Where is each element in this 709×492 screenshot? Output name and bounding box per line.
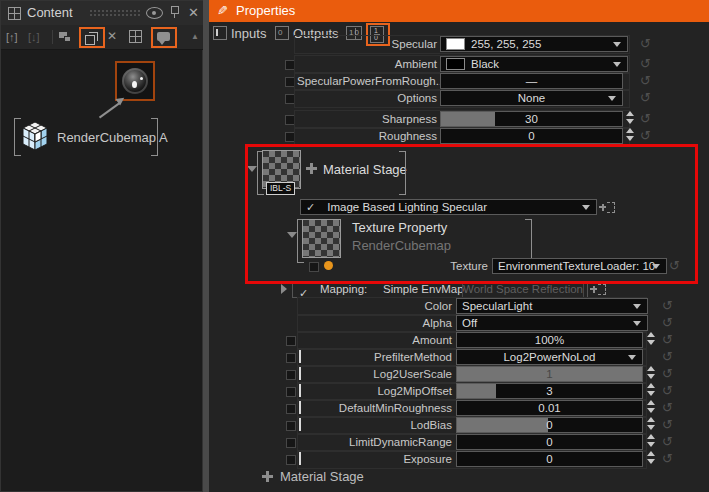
property-checkbox[interactable] [286,421,296,431]
connect-icon[interactable] [590,283,606,295]
chevron-down-icon [628,355,636,360]
property-label: Exposure [306,451,452,467]
checkmark-icon[interactable] [306,201,315,214]
prefiltermethod-dropdown[interactable]: Log2PowerNoLod [456,349,643,365]
options-dropdown[interactable]: None [440,90,623,106]
spinner-control[interactable] [625,128,636,142]
node-bracket-right [525,219,532,263]
spinner-control[interactable] [646,366,657,380]
texture-dropdown[interactable]: EnvironmentTextureLoader: 10 [492,258,667,274]
specularpower-field[interactable]: — [440,73,623,89]
content-panel: Content ✕ [↑] [↓] ✕ ▲ [0,0,203,492]
alpha-dropdown[interactable]: Off [456,315,648,331]
defaultminroughness-slider[interactable]: 0.01 [456,400,643,416]
reset-icon[interactable] [639,37,652,51]
reset-icon[interactable] [661,452,674,466]
spinner-control[interactable] [646,332,657,346]
pin-icon[interactable] [169,6,179,18]
log2mipoffset-slider[interactable]: 3 [456,383,643,399]
amount-slider[interactable]: 100% [456,332,643,348]
reset-icon[interactable] [668,259,681,273]
reset-icon[interactable] [661,316,674,330]
property-checkbox[interactable] [286,353,296,363]
reset-icon[interactable] [639,91,652,105]
property-checkbox[interactable] [286,336,296,346]
property-row-roughness: Roughness 0 [209,128,709,145]
property-value: 255, 255, 255 [471,37,541,51]
material-stage-expander[interactable] [247,166,257,172]
mapping-expander[interactable] [281,284,287,294]
reset-icon[interactable] [639,112,652,126]
close-icon[interactable]: ✕ [188,6,199,19]
slider-fill [441,112,495,126]
connection-arrow [99,102,121,119]
reset-icon[interactable] [661,435,674,449]
property-label: Texture [420,258,488,274]
property-checkbox[interactable] [286,404,296,414]
lodbias-slider[interactable]: 0 [456,417,643,433]
log2userscale-slider[interactable]: 1 [456,366,643,382]
toolbar-divider [52,30,53,44]
property-value: — [526,74,538,88]
color-dropdown[interactable]: SpecularLight [456,298,648,314]
grid-view-icon[interactable] [129,30,142,43]
texture-property-thumbnail[interactable] [302,219,341,258]
reset-icon[interactable] [661,384,674,398]
texture-node-subtitle: RenderCubemap [352,238,451,253]
property-checkbox[interactable] [286,387,296,397]
export-icon[interactable]: [↓] [28,29,40,45]
specular-dropdown[interactable]: 255, 255, 255 [440,36,628,52]
add-material-stage-button[interactable]: Material Stage [209,469,709,487]
content-canvas[interactable]: RenderCubemap A [1,49,204,492]
property-label: PrefilterMethod [306,349,452,365]
snap-icon[interactable] [59,32,67,38]
ambient-dropdown[interactable]: Black [440,56,628,72]
reset-icon[interactable] [661,418,674,432]
property-checkbox[interactable] [309,262,319,272]
spinner-control[interactable] [646,451,657,465]
mapping-alt-mode[interactable]: World Space Reflection [462,281,584,298]
stage-type-dropdown[interactable]: Image Based Lighting Specular [300,199,597,215]
spinner-control[interactable] [646,400,657,414]
reset-icon[interactable] [639,74,652,88]
spinner-control[interactable] [646,417,657,431]
expand-all-icon[interactable]: ✕ [107,30,117,42]
exposure-slider[interactable]: 0 [456,451,643,467]
reset-icon[interactable] [661,367,674,381]
property-label: Log2UserScale [306,366,452,382]
annotation-orange-box-comment [151,27,177,48]
reset-icon[interactable] [661,299,674,313]
layers-icon[interactable] [85,35,95,45]
property-checkbox[interactable] [286,455,296,465]
drag-grip[interactable] [89,9,141,17]
mapping-mode[interactable]: Simple EnvMap [383,283,464,295]
reset-icon[interactable] [661,350,674,364]
comment-icon[interactable] [157,32,170,41]
eye-icon[interactable] [146,7,163,19]
property-checkbox[interactable] [286,370,296,380]
property-row-amount: Amount 100% [209,332,709,349]
sharpness-slider[interactable]: 30 [440,111,623,127]
roughness-slider[interactable]: 0 [440,128,623,144]
collapse-panel-icon[interactable]: ▲ [191,32,199,41]
reset-icon[interactable] [639,57,652,71]
texture-property-expander[interactable] [287,232,297,238]
connect-icon[interactable] [599,201,615,213]
import-icon[interactable]: [↑] [6,29,18,45]
mapping-label: Mapping: [320,283,367,295]
property-label: Ambient [297,56,437,72]
property-row-defaultminroughness: DefaultMinRoughness 0.01 [209,400,709,417]
property-value: Log2PowerNoLod [503,350,595,364]
spinner-control[interactable] [646,434,657,448]
spinner-control[interactable] [646,383,657,397]
spinner-control[interactable] [625,111,636,125]
property-checkbox[interactable] [286,438,296,448]
property-label: Options [297,90,437,106]
reset-icon[interactable] [639,129,652,143]
reset-icon[interactable] [661,401,674,415]
property-value: 30 [525,112,538,126]
chevron-down-icon [633,304,641,309]
modified-dot-indicator [324,261,333,270]
limitdynamicrange-slider[interactable]: 0 [456,434,643,450]
reset-icon[interactable] [661,333,674,347]
